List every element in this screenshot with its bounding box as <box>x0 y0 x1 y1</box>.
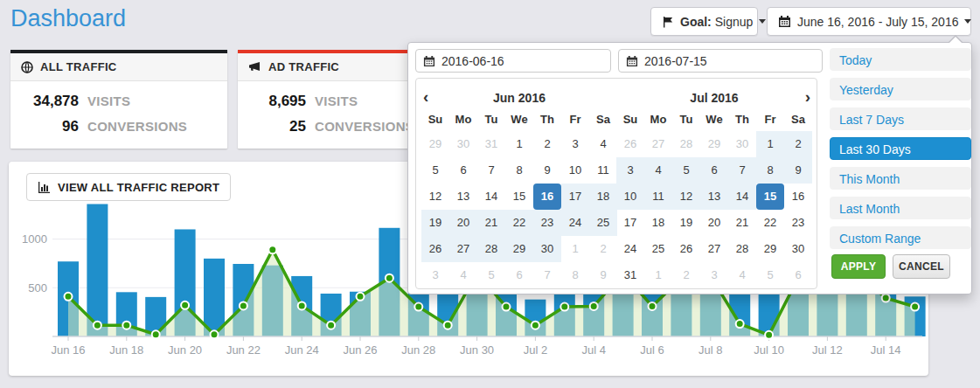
day-cell[interactable]: 26 <box>672 236 700 262</box>
day-cell[interactable]: 16 <box>784 184 812 210</box>
day-cell[interactable]: 16 <box>533 184 561 210</box>
day-cell[interactable]: 4 <box>728 262 756 288</box>
day-cell[interactable]: 8 <box>756 157 784 184</box>
day-cell[interactable]: 3 <box>421 262 449 288</box>
day-cell[interactable]: 6 <box>700 157 728 184</box>
day-cell[interactable]: 14 <box>477 184 505 210</box>
day-cell[interactable]: 9 <box>784 157 812 184</box>
line-marker[interactable] <box>532 322 539 329</box>
line-marker[interactable] <box>152 330 160 338</box>
day-cell[interactable]: 27 <box>449 236 477 262</box>
line-marker[interactable] <box>240 301 247 309</box>
line-marker[interactable] <box>122 322 130 329</box>
day-cell[interactable]: 31 <box>477 131 505 157</box>
start-date-input[interactable]: 2016-06-16 <box>415 49 611 73</box>
day-cell[interactable]: 28 <box>728 236 756 262</box>
line-marker[interactable] <box>911 303 919 311</box>
day-cell[interactable]: 30 <box>533 236 561 262</box>
day-cell[interactable]: 7 <box>477 157 505 184</box>
day-cell[interactable]: 28 <box>477 236 505 262</box>
day-cell[interactable]: 26 <box>616 131 644 157</box>
day-cell[interactable]: 27 <box>700 236 728 262</box>
day-cell[interactable]: 5 <box>421 157 449 184</box>
day-cell[interactable]: 2 <box>533 131 561 157</box>
line-marker[interactable] <box>590 302 598 310</box>
day-cell[interactable]: 18 <box>589 184 617 210</box>
day-cell[interactable]: 13 <box>449 184 477 210</box>
day-cell[interactable]: 4 <box>589 131 617 157</box>
day-cell[interactable]: 1 <box>505 131 533 157</box>
day-cell[interactable]: 29 <box>700 131 728 157</box>
day-cell[interactable]: 20 <box>700 210 728 236</box>
line-marker[interactable] <box>736 320 744 328</box>
day-cell[interactable]: 15 <box>756 184 784 210</box>
goal-selector-button[interactable]: Goal: Signup <box>650 7 758 36</box>
day-cell[interactable]: 19 <box>421 210 449 236</box>
day-cell[interactable]: 6 <box>784 262 812 288</box>
line-marker[interactable] <box>560 303 568 311</box>
day-cell[interactable]: 23 <box>533 210 561 236</box>
day-cell[interactable]: 3 <box>700 262 728 288</box>
prev-month-chevron[interactable]: ‹ <box>423 87 441 107</box>
day-cell[interactable]: 31 <box>616 262 644 288</box>
day-cell[interactable]: 21 <box>477 210 505 236</box>
day-cell[interactable]: 8 <box>505 157 533 184</box>
preset-last-30-days[interactable]: Last 30 Days <box>830 137 971 160</box>
day-cell[interactable]: 20 <box>449 210 477 236</box>
day-cell[interactable]: 3 <box>616 157 644 184</box>
day-cell[interactable]: 26 <box>421 236 449 262</box>
day-cell[interactable]: 4 <box>644 157 672 184</box>
preset-today[interactable]: Today <box>830 48 971 71</box>
day-cell[interactable]: 24 <box>616 236 644 262</box>
line-marker[interactable] <box>414 303 422 311</box>
day-cell[interactable]: 12 <box>421 184 449 210</box>
day-cell[interactable]: 30 <box>449 131 477 157</box>
day-cell[interactable]: 8 <box>561 262 589 288</box>
day-cell[interactable]: 3 <box>561 131 589 157</box>
line-marker[interactable] <box>444 322 452 329</box>
day-cell[interactable]: 27 <box>644 131 672 157</box>
line-marker[interactable] <box>765 331 773 339</box>
day-cell[interactable]: 4 <box>449 262 477 288</box>
day-cell[interactable]: 30 <box>784 236 812 262</box>
day-cell[interactable]: 29 <box>505 236 533 262</box>
line-marker[interactable] <box>298 301 306 309</box>
day-cell[interactable]: 10 <box>561 157 589 184</box>
day-cell[interactable]: 2 <box>784 131 812 157</box>
line-marker[interactable] <box>211 330 219 338</box>
day-cell[interactable]: 23 <box>784 210 812 236</box>
day-cell[interactable]: 2 <box>589 236 617 262</box>
line-marker[interactable] <box>386 274 393 282</box>
day-cell[interactable]: 12 <box>672 184 700 210</box>
day-cell[interactable]: 13 <box>700 184 728 210</box>
preset-last-7-days[interactable]: Last 7 Days <box>830 107 971 130</box>
end-date-input[interactable]: 2016-07-15 <box>618 49 823 73</box>
day-cell[interactable]: 15 <box>505 184 533 210</box>
date-range-button[interactable]: June 16, 2016 - July 15, 2016 <box>767 7 971 36</box>
day-cell[interactable]: 1 <box>644 262 672 288</box>
day-cell[interactable]: 28 <box>672 131 700 157</box>
day-cell[interactable]: 22 <box>756 210 784 236</box>
day-cell[interactable]: 29 <box>421 131 449 157</box>
day-cell[interactable]: 25 <box>589 210 617 236</box>
day-cell[interactable]: 9 <box>533 157 561 184</box>
day-cell[interactable]: 29 <box>756 236 784 262</box>
day-cell[interactable]: 11 <box>589 157 617 184</box>
day-cell[interactable]: 11 <box>644 184 672 210</box>
day-cell[interactable]: 24 <box>561 210 589 236</box>
day-cell[interactable]: 17 <box>616 210 644 236</box>
bar[interactable] <box>204 259 225 336</box>
day-cell[interactable]: 1 <box>561 236 589 262</box>
day-cell[interactable]: 6 <box>449 157 477 184</box>
preset-this-month[interactable]: This Month <box>830 167 971 190</box>
day-cell[interactable]: 5 <box>477 262 505 288</box>
line-marker[interactable] <box>65 293 73 301</box>
day-cell[interactable]: 21 <box>728 210 756 236</box>
day-cell[interactable]: 7 <box>533 262 561 288</box>
day-cell[interactable]: 6 <box>505 262 533 288</box>
preset-yesterday[interactable]: Yesterday <box>830 78 971 100</box>
line-marker[interactable] <box>357 293 365 301</box>
day-cell[interactable]: 14 <box>728 184 756 210</box>
day-cell[interactable]: 9 <box>589 262 617 288</box>
cancel-button[interactable]: CANCEL <box>893 254 950 279</box>
